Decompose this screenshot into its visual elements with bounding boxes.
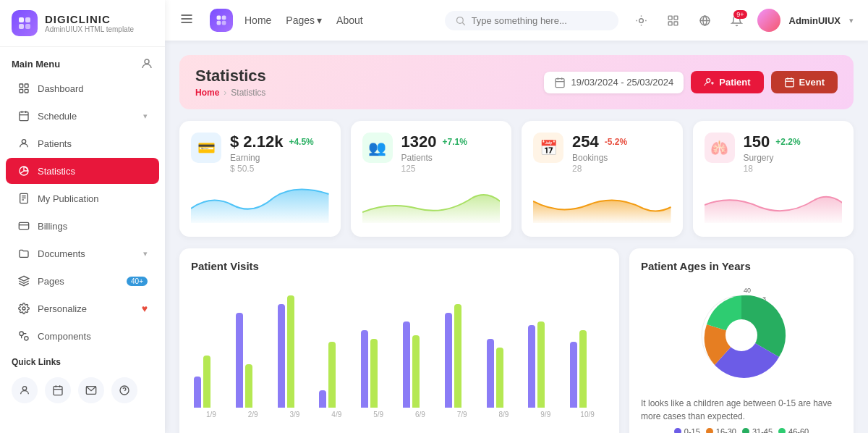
sidebar-item-documents[interactable]: Documents ▾ — [6, 240, 159, 266]
patient-button[interactable]: Patient — [691, 71, 763, 93]
stat-card-bookings: 📅 254 -5.2% Bookings 28 — [522, 121, 683, 237]
svg-rect-0 — [19, 17, 24, 22]
calendar-icon — [17, 109, 30, 122]
legend-item-16-30: 16-30 — [706, 427, 736, 433]
breadcrumb-home[interactable]: Home — [195, 88, 219, 98]
pie-description: It looks like a children age between 0-1… — [641, 397, 842, 423]
legend-label: 31-45 — [752, 427, 773, 433]
legend-dot — [706, 428, 713, 433]
date-range-picker[interactable]: 19/03/2024 - 25/03/2024 — [544, 72, 684, 93]
sidebar-item-mypublication[interactable]: My Publication — [6, 185, 159, 211]
topbar-logo — [210, 9, 233, 32]
bookings-wave — [533, 180, 671, 223]
svg-point-13 — [22, 140, 25, 143]
patient-ages-title: Patient Ages in Years — [641, 260, 842, 272]
quick-link-help[interactable] — [111, 377, 137, 403]
bar-group — [194, 356, 229, 408]
svg-line-43 — [462, 22, 464, 25]
earning-info: $ 2.12k +4.5% Earning $ 50.5 — [230, 133, 329, 174]
patients-change: +7.1% — [442, 137, 467, 147]
sidebar-item-label: Dashboard — [38, 83, 84, 94]
bar-green — [579, 330, 587, 408]
sidebar-item-billings[interactable]: Billings — [6, 213, 159, 239]
legend-dot — [778, 428, 786, 433]
svg-point-23 — [20, 332, 23, 335]
event-button[interactable]: Event — [771, 71, 838, 93]
page-header: Statistics Home › Statistics 19/03/2024 … — [179, 55, 854, 109]
sidebar-item-label: Patients — [38, 138, 72, 149]
pie-container: 40 3 It looks like a children age bet — [641, 281, 842, 433]
sidebar-item-label: Statistics — [38, 166, 75, 177]
svg-rect-1 — [25, 17, 30, 22]
earning-change: +4.5% — [289, 137, 313, 147]
search-input[interactable] — [472, 15, 602, 26]
sidebar-item-patients[interactable]: Patients — [6, 130, 159, 156]
admin-dropdown-icon[interactable]: ▾ — [849, 16, 854, 25]
bookings-sub: 28 — [572, 164, 671, 174]
user-icon — [140, 57, 153, 70]
bookings-info: 254 -5.2% Bookings 28 — [572, 133, 671, 174]
nav-about[interactable]: About — [336, 14, 363, 26]
quick-link-user[interactable] — [12, 377, 38, 403]
svg-rect-39 — [222, 16, 226, 20]
calendar-icon — [554, 77, 566, 88]
legend-label: 16-30 — [716, 427, 736, 433]
sidebar-item-label: Personalize — [38, 303, 87, 314]
bar-label: 10/9 — [570, 411, 605, 419]
menu-icon[interactable] — [179, 12, 194, 30]
avatar[interactable] — [757, 9, 780, 32]
globe-icon[interactable] — [694, 9, 717, 32]
logo-text: DIGICLINIC AdminUIUX HTML template — [45, 13, 134, 33]
svg-rect-49 — [668, 16, 672, 20]
app-name: DIGICLINIC — [45, 13, 134, 25]
bar-label: 9/9 — [528, 411, 563, 419]
nav-pages[interactable]: Pages ▾ — [286, 14, 322, 26]
earning-label: Earning — [230, 153, 329, 163]
svg-rect-5 — [20, 84, 23, 88]
components-icon — [17, 329, 30, 342]
bar-green — [496, 348, 503, 408]
sidebar-item-personalize[interactable]: Personalize ♥ — [6, 295, 159, 321]
quick-link-message[interactable] — [78, 377, 104, 403]
chevron-down-icon: ▾ — [143, 249, 148, 258]
bar-green — [537, 321, 545, 408]
bar-green — [203, 356, 210, 408]
svg-rect-9 — [20, 112, 28, 121]
search-icon — [455, 15, 466, 26]
quick-link-calendar[interactable] — [45, 377, 71, 403]
brightness-icon[interactable] — [630, 9, 653, 32]
bar-chart-area — [191, 281, 608, 408]
bar-label: 4/9 — [319, 411, 354, 419]
search-box — [445, 11, 618, 30]
chevron-down-icon: ▾ — [317, 14, 322, 26]
page-title: Statistics — [195, 67, 266, 85]
stat-cards: 💳 $ 2.12k +4.5% Earning $ 50.5 — [179, 121, 854, 237]
svg-rect-3 — [25, 24, 30, 29]
patient-visits-title: Patient Visits — [191, 260, 608, 272]
sidebar-item-schedule[interactable]: Schedule ▾ — [6, 103, 159, 129]
nav-home[interactable]: Home — [244, 14, 271, 26]
bar-purple — [570, 342, 577, 408]
sidebar-item-pages[interactable]: Pages 40+ — [6, 268, 159, 294]
bar-green — [370, 339, 378, 408]
earning-wave — [191, 180, 329, 223]
notification-icon[interactable]: 9+ — [726, 9, 749, 32]
bar-green — [454, 304, 461, 408]
bar-purple — [487, 339, 494, 408]
sidebar-item-label: Documents — [38, 248, 85, 259]
sidebar-item-dashboard[interactable]: Dashboard — [6, 75, 159, 101]
bar-purple — [445, 313, 452, 408]
layers-icon — [17, 274, 30, 287]
bar-group — [361, 330, 396, 408]
bar-purple — [319, 390, 326, 408]
apps-icon[interactable] — [662, 9, 685, 32]
billing-icon — [17, 219, 30, 232]
bar-label: 3/9 — [278, 411, 312, 419]
sidebar-item-components[interactable]: Components — [6, 323, 159, 349]
bar-purple — [236, 313, 243, 408]
folder-icon — [17, 247, 30, 260]
bar-group — [445, 304, 480, 408]
sidebar-item-statistics[interactable]: Statistics — [6, 158, 159, 184]
bookings-change: -5.2% — [605, 137, 627, 147]
svg-rect-40 — [217, 21, 221, 25]
